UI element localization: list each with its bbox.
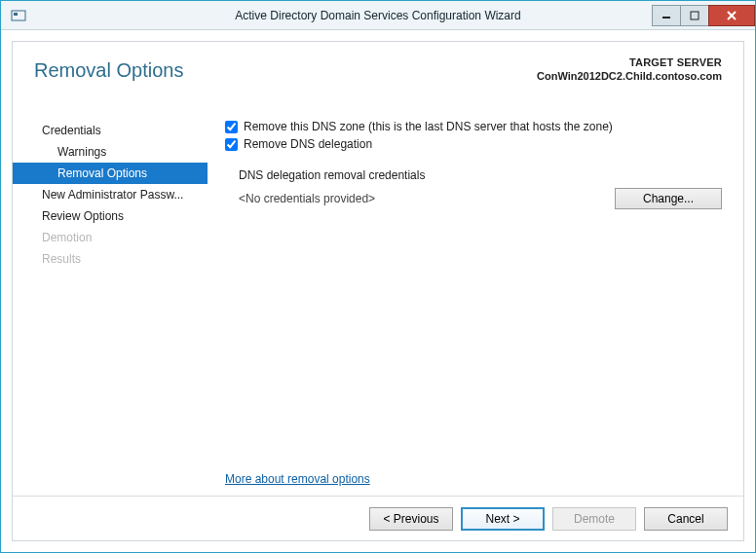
- titlebar: Active Directory Domain Services Configu…: [1, 1, 755, 30]
- credentials-text: <No credentials provided>: [239, 192, 603, 205]
- nav-removal-options[interactable]: Removal Options: [13, 163, 208, 184]
- remove-dns-zone-row[interactable]: Remove this DNS zone (this is the last D…: [225, 118, 722, 135]
- maximize-button[interactable]: [680, 5, 709, 26]
- nav-credentials[interactable]: Credentials: [13, 120, 208, 141]
- delegation-credentials-row: <No credentials provided> Change...: [239, 188, 722, 209]
- svg-rect-3: [691, 12, 699, 19]
- nav-results: Results: [13, 248, 208, 270]
- nav-demotion: Demotion: [13, 227, 208, 248]
- delegation-credentials-heading: DNS delegation removal credentials: [239, 168, 722, 182]
- remove-dns-zone-label: Remove this DNS zone (this is the last D…: [244, 120, 613, 133]
- wizard-card: Removal Options TARGET SERVER ConWin2012…: [12, 41, 744, 541]
- window-title: Active Directory Domain Services Configu…: [1, 9, 755, 22]
- nav-warnings[interactable]: Warnings: [13, 141, 208, 163]
- remove-dns-delegation-row[interactable]: Remove DNS delegation: [225, 135, 722, 153]
- target-server: TARGET SERVER ConWin2012DC2.Child.contos…: [537, 55, 722, 83]
- minimize-button[interactable]: [652, 5, 681, 26]
- window-buttons: [653, 5, 755, 26]
- change-credentials-button[interactable]: Change...: [615, 188, 722, 209]
- nav-new-admin-password[interactable]: New Administrator Passw...: [13, 184, 208, 205]
- sidebar: Credentials Warnings Removal Options New…: [13, 112, 208, 496]
- more-about-link[interactable]: More about removal options: [225, 472, 370, 486]
- header: Removal Options TARGET SERVER ConWin2012…: [13, 42, 743, 112]
- footer: < Previous Next > Demote Cancel: [13, 496, 743, 540]
- nav-review-options[interactable]: Review Options: [13, 205, 208, 227]
- target-server-host: ConWin2012DC2.Child.contoso.com: [537, 69, 722, 83]
- remove-dns-delegation-label: Remove DNS delegation: [244, 137, 372, 151]
- svg-rect-1: [14, 13, 18, 16]
- body: Credentials Warnings Removal Options New…: [13, 112, 743, 496]
- target-server-label: TARGET SERVER: [537, 55, 722, 69]
- close-button[interactable]: [708, 5, 755, 26]
- remove-dns-delegation-checkbox[interactable]: [225, 138, 238, 151]
- remove-dns-zone-checkbox[interactable]: [225, 121, 238, 133]
- previous-button[interactable]: < Previous: [369, 507, 453, 531]
- app-icon: [7, 4, 30, 27]
- content: Remove this DNS zone (this is the last D…: [208, 112, 743, 496]
- next-button[interactable]: Next >: [461, 507, 545, 531]
- cancel-button[interactable]: Cancel: [644, 507, 728, 531]
- demote-button: Demote: [552, 507, 636, 531]
